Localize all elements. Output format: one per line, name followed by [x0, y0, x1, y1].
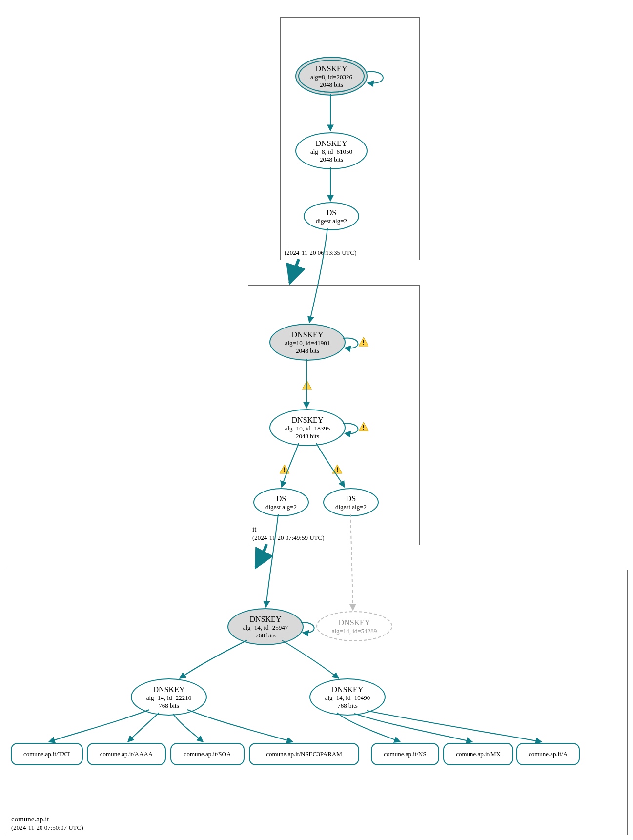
it-ds-2: DS digest alg=2: [323, 488, 379, 516]
domain-ghost-dnskey: DNSKEY alg=14, id=54289: [316, 611, 392, 641]
root-ds: DS digest alg=2: [304, 202, 359, 230]
rrset-label: comune.ap.it/MX: [456, 750, 501, 758]
warning-icon: [358, 337, 369, 347]
node-line3: 2048 bits: [320, 156, 343, 164]
zone-domain-name: comune.ap.it: [11, 815, 83, 824]
rrset-a: comune.ap.it/A: [516, 743, 580, 765]
svg-rect-4: [306, 383, 307, 386]
node-line2: alg=14, id=10490: [325, 694, 370, 702]
warning-icon: [358, 422, 369, 431]
node-title: DS: [276, 494, 286, 503]
node-title: DNSKEY: [250, 615, 282, 624]
svg-rect-14: [337, 471, 338, 472]
node-title: DNSKEY: [339, 618, 370, 627]
node-title: DNSKEY: [316, 139, 347, 148]
node-title: DS: [327, 208, 336, 217]
svg-rect-8: [363, 429, 364, 430]
domain-zsk1-dnskey: DNSKEY alg=14, id=22210 768 bits: [131, 678, 207, 716]
svg-rect-7: [363, 425, 364, 428]
it-ds-1: DS digest alg=2: [253, 488, 309, 516]
svg-rect-11: [284, 471, 285, 472]
svg-rect-1: [363, 340, 364, 343]
node-line2: digest alg=2: [316, 217, 347, 225]
rrset-ns: comune.ap.it/NS: [371, 743, 439, 765]
warning-icon: [279, 464, 290, 474]
rrset-label: comune.ap.it/NSEC3PARAM: [266, 750, 342, 758]
rrset-aaaa: comune.ap.it/AAAA: [87, 743, 166, 765]
node-line2: digest alg=2: [335, 503, 367, 511]
zone-domain-timestamp: (2024-11-20 07:50:07 UTC): [11, 824, 83, 832]
zone-it-timestamp: (2024-11-20 07:49:59 UTC): [252, 534, 325, 542]
rrset-label: comune.ap.it/TXT: [23, 750, 70, 758]
node-line2: alg=10, id=41901: [285, 339, 330, 347]
node-title: DNSKEY: [292, 415, 324, 425]
node-title: DNSKEY: [332, 685, 364, 694]
node-line3: 2048 bits: [296, 347, 319, 355]
warning-icon: [302, 380, 312, 390]
zone-root-name: .: [285, 240, 357, 249]
node-title: DNSKEY: [316, 64, 347, 73]
node-line2: alg=10, id=18395: [285, 425, 330, 432]
zone-root-timestamp: (2024-11-20 06:13:35 UTC): [285, 249, 357, 257]
rrset-label: comune.ap.it/SOA: [184, 750, 231, 758]
node-line2: alg=8, id=61050: [310, 148, 352, 156]
svg-rect-2: [363, 344, 364, 345]
node-line3: 768 bits: [255, 632, 276, 639]
domain-zsk2-dnskey: DNSKEY alg=14, id=10490 768 bits: [309, 678, 386, 716]
node-title: DS: [346, 494, 356, 503]
svg-rect-5: [306, 388, 307, 389]
node-line2: alg=14, id=54289: [332, 627, 377, 635]
node-line2: alg=14, id=22210: [146, 694, 192, 702]
node-line2: alg=14, id=25947: [243, 624, 288, 632]
node-line3: 768 bits: [337, 702, 358, 710]
rrset-label: comune.ap.it/NS: [384, 750, 426, 758]
node-line3: 2048 bits: [296, 432, 319, 440]
zone-root-label: . (2024-11-20 06:13:35 UTC): [285, 240, 357, 257]
it-zsk-dnskey: DNSKEY alg=10, id=18395 2048 bits: [269, 409, 346, 446]
node-line2: alg=8, id=20326: [310, 73, 352, 81]
node-title: DNSKEY: [292, 330, 324, 339]
svg-rect-10: [284, 467, 285, 470]
rrset-nsec3param: comune.ap.it/NSEC3PARAM: [249, 743, 359, 765]
node-line3: 2048 bits: [320, 81, 343, 89]
rrset-label: comune.ap.it/AAAA: [100, 750, 153, 758]
zone-domain-label: comune.ap.it (2024-11-20 07:50:07 UTC): [11, 815, 83, 832]
node-line3: 768 bits: [159, 702, 179, 710]
rrset-label: comune.ap.it/A: [529, 750, 568, 758]
zone-it-name: it: [252, 525, 325, 534]
zone-it-label: it (2024-11-20 07:49:59 UTC): [252, 525, 325, 542]
node-line2: digest alg=2: [265, 503, 297, 511]
svg-rect-13: [337, 467, 338, 470]
it-ksk-dnskey: DNSKEY alg=10, id=41901 2048 bits: [269, 324, 346, 361]
rrset-soa: comune.ap.it/SOA: [170, 743, 245, 765]
rrset-mx: comune.ap.it/MX: [443, 743, 513, 765]
rrset-txt: comune.ap.it/TXT: [11, 743, 83, 765]
root-ksk-dnskey: DNSKEY alg=8, id=20326 2048 bits: [295, 57, 368, 96]
node-title: DNSKEY: [153, 685, 185, 694]
domain-ksk-dnskey: DNSKEY alg=14, id=25947 768 bits: [227, 608, 304, 645]
warning-icon: [332, 464, 343, 474]
root-zsk-dnskey: DNSKEY alg=8, id=61050 2048 bits: [295, 132, 368, 169]
